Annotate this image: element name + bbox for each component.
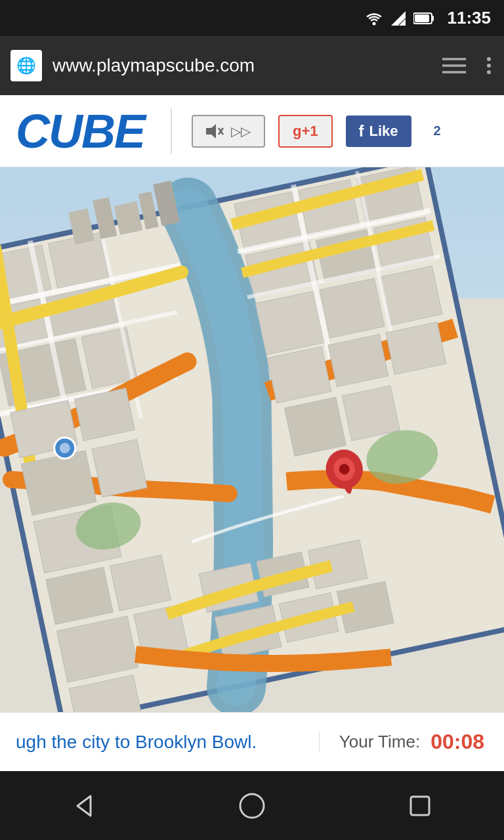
gplus-label: g+1 [293,123,318,140]
browser-favicon: 🌐 [10,50,42,81]
nav-prefix: ugh the city to [16,732,135,752]
signal-icon [391,11,406,26]
header-divider [171,108,172,154]
map-container[interactable] [0,167,504,712]
svg-marker-12 [206,124,216,138]
fb-like-count: 2 [427,121,448,141]
nav-text: ugh the city to Brooklyn Bowl. [0,732,320,753]
svg-rect-4 [432,16,434,21]
gplus-button[interactable]: g+1 [278,115,333,148]
timer-value: 00:08 [430,730,484,754]
back-button[interactable] [64,786,104,826]
svg-point-78 [240,794,264,818]
timer-label: Your Time: [339,732,420,752]
svg-point-0 [372,22,375,25]
svg-point-10 [487,64,491,68]
svg-point-11 [487,70,491,74]
battery-icon [413,12,434,25]
time-display: 11:35 [448,8,492,28]
wifi-icon [365,11,383,26]
sound-icon [206,123,226,140]
svg-rect-48 [381,266,442,325]
map-svg [0,167,504,712]
recents-button[interactable] [400,786,440,826]
svg-point-9 [487,57,491,61]
svg-marker-1 [391,11,406,26]
svg-rect-5 [415,14,429,22]
url-display[interactable]: www.playmapscube.com [52,55,432,76]
browser-bar: 🌐 www.playmapscube.com [0,36,504,95]
svg-rect-32 [92,440,147,497]
fb-icon: f [359,122,364,140]
home-button[interactable] [232,786,272,826]
volume-arrows: ▷▷ [231,123,251,139]
status-bar: 11:35 [0,0,504,36]
browser-lines-icon[interactable] [442,56,466,75]
nav-suffix: . [252,732,257,752]
sound-button[interactable]: ▷▷ [192,115,265,148]
info-bar: ugh the city to Brooklyn Bowl. Your Time… [0,712,504,771]
android-nav-bar [0,771,504,840]
nav-link[interactable]: Brooklyn Bowl [135,732,251,752]
fb-like-label: Like [369,123,398,140]
app-header: CUBE ▷▷ g+1 f Like 2 [0,95,504,167]
svg-marker-77 [77,796,91,816]
timer-section: Your Time: 00:08 [320,730,504,754]
svg-rect-57 [342,386,400,441]
svg-rect-79 [411,797,429,815]
browser-more-icon[interactable] [484,56,494,75]
cube-logo: CUBE [16,104,144,158]
svg-rect-56 [284,397,346,456]
fb-like-button[interactable]: f Like [346,116,411,147]
